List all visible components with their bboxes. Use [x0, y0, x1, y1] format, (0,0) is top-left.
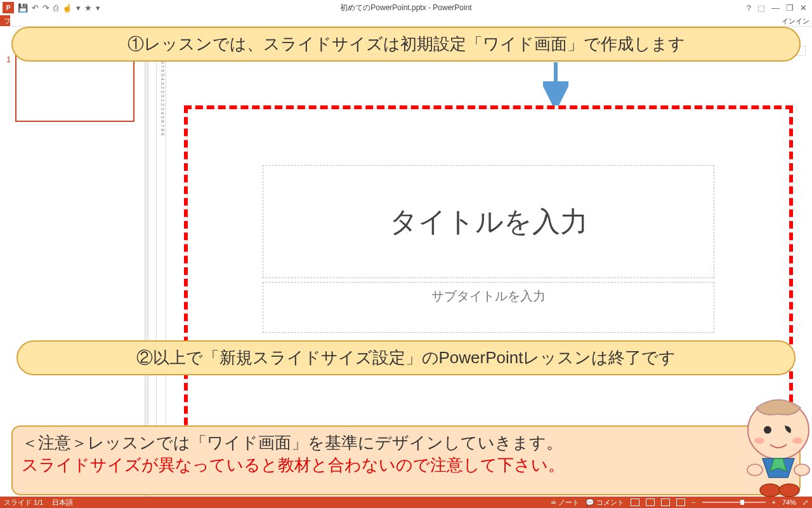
title-bar: P 💾 ↶ ↷ ⎙ ☝ ▾ ★ ▾ 初めてのPowerPoint.pptx - …: [0, 0, 812, 15]
qat-start-icon[interactable]: ⎙: [53, 3, 58, 13]
app-icon: P: [3, 2, 14, 13]
svg-point-7: [760, 484, 780, 497]
annotation-bubble-1: ①レッスンでは、スライドサイズは初期設定「ワイド画面」で作成します: [11, 27, 801, 62]
svg-point-2: [764, 426, 771, 434]
slide-counter: スライド 1/1: [4, 498, 43, 507]
normal-view-icon[interactable]: [631, 498, 639, 506]
zoom-out-button[interactable]: −: [691, 498, 695, 506]
comments-button[interactable]: 💬 コメント: [586, 498, 624, 507]
qat-star-icon[interactable]: ★: [84, 3, 92, 13]
thumbnail-preview[interactable]: [15, 55, 134, 122]
qat-more2-icon[interactable]: ▾: [96, 3, 100, 13]
slide-container: タイトルを入力 サブタイトルを入力: [184, 105, 793, 448]
qat-more-icon[interactable]: ▾: [76, 3, 81, 13]
signin-link[interactable]: インイン: [782, 15, 812, 26]
ribbon: ファ インイン: [0, 15, 812, 27]
warning-line-2: スライドサイズが異なっていると教材と合わないので注意して下さい。: [22, 454, 790, 476]
mascot-character: [724, 395, 812, 503]
annotation-bubble-2: ②以上で「新規スライドサイズ設定」のPowerPointレッスンは終了です: [16, 340, 796, 375]
slideshow-view-icon[interactable]: [676, 498, 685, 506]
language-indicator[interactable]: 日本語: [52, 498, 73, 507]
qat-save-icon[interactable]: 💾: [18, 3, 28, 13]
arrow-down-icon: [543, 61, 568, 105]
language-label: 日本語: [52, 498, 73, 507]
svg-point-6: [794, 464, 809, 476]
thumbnail-number: 1: [6, 55, 15, 122]
status-bar: スライド 1/1 日本語 ≐ ノート 💬 コメント − + 74% ⤢: [0, 497, 812, 508]
ribbon-options-icon[interactable]: ⬚: [757, 3, 765, 13]
svg-point-3: [754, 438, 764, 444]
file-tab[interactable]: ファ: [0, 15, 10, 26]
notes-button[interactable]: ≐ ノート: [551, 498, 579, 507]
svg-point-8: [779, 484, 799, 497]
restore-icon[interactable]: ❐: [786, 3, 794, 13]
svg-point-5: [747, 464, 763, 476]
qat-undo-icon[interactable]: ↶: [32, 3, 39, 13]
qat-redo-icon[interactable]: ↷: [43, 3, 49, 13]
slide-sorter-view-icon[interactable]: [646, 498, 655, 506]
slide-thumbnail-1[interactable]: 1: [0, 52, 145, 124]
minimize-icon[interactable]: —: [771, 3, 780, 13]
warning-box: ＜注意＞レッスンでは「ワイド画面」を基準にデザインしていきます。 スライドサイズ…: [11, 425, 801, 495]
slide[interactable]: タイトルを入力 サブタイトルを入力: [188, 109, 789, 444]
window-title: 初めてのPowerPoint.pptx - PowerPoint: [340, 3, 471, 13]
close-icon[interactable]: ✕: [800, 3, 807, 13]
warning-line-1: ＜注意＞レッスンでは「ワイド画面」を基準にデザインしていきます。: [22, 432, 790, 454]
reading-view-icon[interactable]: [661, 498, 670, 506]
svg-point-4: [792, 438, 802, 444]
help-icon[interactable]: ?: [747, 3, 751, 13]
subtitle-placeholder[interactable]: サブタイトルを入力: [263, 282, 714, 333]
title-placeholder[interactable]: タイトルを入力: [263, 165, 714, 278]
qat-touch-icon[interactable]: ☝: [62, 3, 72, 13]
